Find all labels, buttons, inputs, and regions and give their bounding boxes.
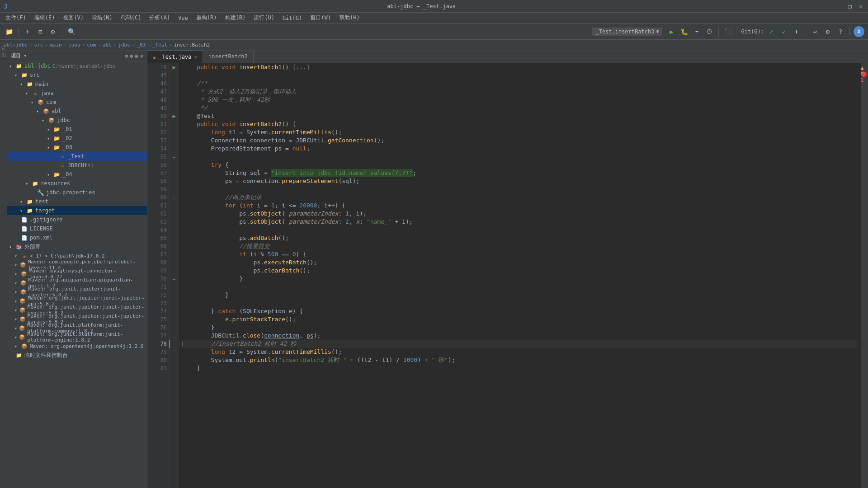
menu-vue[interactable]: Vue (175, 14, 192, 22)
run-config[interactable]: _Test.insertBatch3 ▼ (592, 28, 662, 36)
tree-item-java[interactable]: ▾ ☕ java (7, 89, 147, 98)
tree-item-test[interactable]: ☕ _Test (7, 152, 147, 161)
breadcrumb-part-0[interactable]: abl-jdbc (4, 42, 28, 48)
code-paren-67: (i % (250, 250, 268, 258)
breadcrumb-part-6[interactable]: jdbc (118, 42, 130, 48)
git-tick-green-1[interactable]: ✓ (766, 26, 777, 37)
tree-item-root[interactable]: ▾ 📁 abl-jdbc C:\work\java\abl-jdbc (7, 61, 147, 70)
gutter-fold-74[interactable]: – (170, 275, 178, 283)
menu-nav[interactable]: 导航(N) (88, 13, 116, 23)
menu-analyze[interactable]: 分析(A) (146, 13, 174, 23)
tree-item-src[interactable]: ▾ 📁 src (7, 70, 147, 80)
sidebar-tool-settings[interactable]: ⚙ (130, 53, 133, 59)
menu-code[interactable]: 代码(C) (117, 13, 145, 23)
menu-window[interactable]: 窗口(W) (307, 13, 335, 23)
sidebar-tool-close[interactable]: ✕ (140, 53, 143, 59)
code-brace-67: ) { (296, 250, 306, 258)
tree-item-04[interactable]: ▾ 📂 _04 (7, 170, 147, 179)
tree-item-01[interactable]: ▾ 📂 _01 (7, 125, 147, 134)
toolbar-settings-icon[interactable]: ⚙ (47, 26, 58, 37)
user-avatar[interactable]: A (854, 26, 864, 37)
toolbar-layout-icon[interactable]: ⊟ (35, 26, 46, 37)
tree-item-main[interactable]: ▾ 📁 main (7, 80, 147, 89)
menu-edit[interactable]: 编辑(E) (31, 13, 59, 23)
tree-item-test-dir[interactable]: ▾ 📁 test (7, 197, 147, 206)
settings-gear-icon[interactable]: ⚙ (822, 26, 833, 37)
tree-item-pom[interactable]: 📄 pom.xml (7, 233, 147, 242)
breadcrumb-part-9[interactable]: insertBatch2 (174, 42, 210, 48)
breadcrumb-part-8[interactable]: _Test (152, 42, 167, 48)
tree-item-maven-platform-engine[interactable]: ▾ 📦 Maven: org.junit.platform:junit-plat… (7, 333, 147, 342)
breadcrumb-part-4[interactable]: com (87, 42, 96, 48)
tree-label-root: abl-jdbc (24, 63, 51, 69)
gutter-fold-67[interactable]: – (170, 242, 178, 250)
tree-icon-02: 📂 (53, 135, 61, 142)
tree-item-jdbc-pkg[interactable]: ▾ 📦 jdbc (7, 116, 147, 125)
linenum-57: 57 (149, 169, 167, 177)
gutter-run-19[interactable]: ▶ (170, 63, 178, 71)
toolbar-project-icon[interactable]: 📁 (4, 26, 14, 37)
tree-item-resources[interactable]: ▾ 📁 resources (7, 179, 147, 188)
code-content[interactable]: public void insertBatch1() {...} /** * 方… (179, 63, 861, 488)
run-button[interactable]: ▶ (666, 26, 677, 37)
tree-item-scratch[interactable]: 📁 临时文件和控制台 (7, 351, 147, 360)
gutter-fold-61[interactable]: – (170, 193, 178, 202)
toolbar-add-icon[interactable]: + (22, 26, 33, 37)
tab-test-java[interactable]: ☕ _Test.java ✕ (147, 51, 203, 63)
tree-item-jdbcutil[interactable]: ☕ JDBCUtil (7, 161, 147, 170)
menu-refactor[interactable]: 重构(R) (193, 13, 221, 23)
sidebar-tool-expand[interactable]: ⊞ (135, 53, 138, 59)
minimize-button[interactable]: — (835, 3, 843, 10)
menu-git[interactable]: Git(G) (279, 14, 306, 22)
menu-run[interactable]: 运行(U) (250, 13, 278, 23)
tree-label-jdbc-pkg: jdbc (57, 117, 70, 123)
profile-button[interactable]: ⏱ (704, 26, 715, 37)
tree-label-pom: pom.xml (30, 235, 53, 241)
help-icon[interactable]: ? (835, 26, 846, 37)
debug-button[interactable]: 🐛 (679, 26, 689, 37)
menu-view[interactable]: 视图(V) (59, 13, 87, 23)
git-update-icon[interactable]: ⬆ (791, 26, 802, 37)
tree-item-target[interactable]: ▾ 📁 target (7, 206, 147, 215)
breadcrumb-part-7[interactable]: _03 (137, 42, 146, 48)
undo-button[interactable]: ↩ (810, 26, 821, 37)
tab-close-test[interactable]: ✕ (194, 54, 197, 60)
right-scrollbar[interactable]: ▲ 6 🔴 2 (861, 63, 868, 488)
tree-icon-03: 📂 (53, 144, 61, 151)
coverage-button[interactable]: ☂ (691, 26, 702, 37)
maximize-button[interactable]: ❐ (846, 3, 854, 10)
tree-item-gitignore[interactable]: 📄 .gitignore (7, 215, 147, 224)
stop-button[interactable]: ⬛ (722, 26, 733, 37)
param-idx-62: parameterIndex (289, 210, 339, 218)
tree-icon-scratch: 📁 (15, 352, 23, 359)
breadcrumb-part-5[interactable]: abl (103, 42, 112, 48)
tree-item-external-libs[interactable]: ▾ 📚 外部库 (7, 242, 147, 251)
tree-item-com[interactable]: ▾ 📦 com (7, 98, 147, 107)
toolbar-search-icon[interactable]: 🔍 (66, 26, 77, 37)
tree-item-maven-opentest[interactable]: ▾ 📦 Maven: org.opentest4j:opentest4j:1.2… (7, 342, 147, 351)
sidebar-tool-collapse[interactable]: ≡ (125, 53, 128, 59)
close-button[interactable]: ✕ (857, 3, 864, 10)
linenum-69: 69 (149, 267, 167, 275)
breadcrumb-bar: abl-jdbc › src › main › java › com › abl… (0, 40, 868, 51)
breadcrumb-part-1[interactable]: src (34, 42, 43, 48)
code-plus-80a: + ((t2 - t1) / (347, 356, 403, 364)
gutter-run-51[interactable]: ▶ (170, 112, 178, 120)
menu-file[interactable]: 文件(F) (2, 13, 30, 23)
tree-arrow-maven-junit-api: ▾ (14, 299, 19, 304)
tree-item-abl[interactable]: ▾ 📦 abl (7, 107, 147, 116)
tree-item-03[interactable]: ▾ 📂 _03 (7, 143, 147, 152)
breadcrumb-part-2[interactable]: main (50, 42, 62, 48)
code-line-74: } catch (SQLException e) { (183, 307, 857, 315)
code-plus-80b: ) + (417, 356, 431, 364)
method-ctm-79: currentTimeMillis (271, 348, 331, 356)
menu-help[interactable]: 帮助(H) (335, 13, 363, 23)
git-tick-green-2[interactable]: ✓ (778, 26, 789, 37)
breadcrumb-part-3[interactable]: java (68, 42, 80, 48)
gutter-fold-56[interactable]: – (170, 153, 178, 161)
tab-insertbatch2[interactable]: insertBatch2 (203, 51, 254, 63)
tree-item-license[interactable]: 📄 LICENSE (7, 224, 147, 233)
tree-item-props[interactable]: 🔧 jdbc.properties (7, 188, 147, 197)
menu-build[interactable]: 构建(B) (222, 13, 250, 23)
tree-item-02[interactable]: ▾ 📂 _02 (7, 134, 147, 143)
